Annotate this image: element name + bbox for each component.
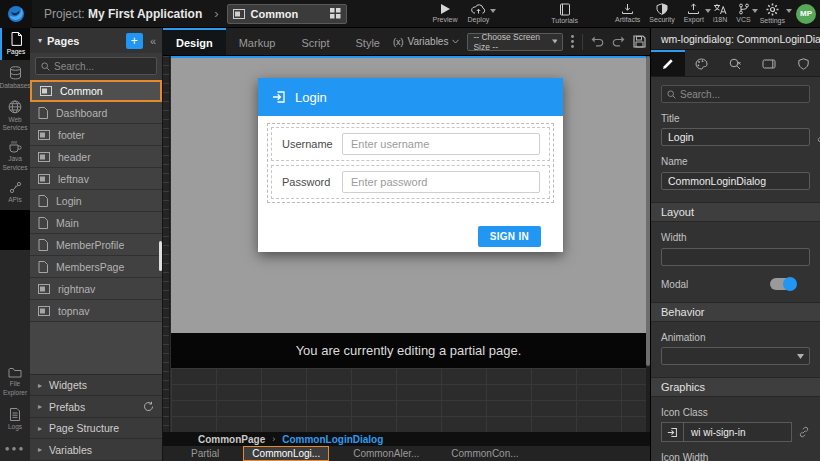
save-button[interactable] xyxy=(633,35,646,48)
properties-search-input[interactable] xyxy=(680,89,804,100)
artifacts-button[interactable]: Artifacts xyxy=(615,3,640,23)
left-nav-rail: Pages Databases Web Services Java Servic… xyxy=(0,28,30,461)
rail-item-apis[interactable]: APIs xyxy=(0,176,30,210)
chevron-right-icon: ▸ xyxy=(38,445,42,454)
canvas-toolbar: Design Markup Script Style (x) Variables… xyxy=(163,28,650,56)
tab-markup[interactable]: Markup xyxy=(226,28,289,55)
icon-class-value[interactable]: wi wi-sign-in xyxy=(683,422,792,442)
preview-button[interactable]: Preview xyxy=(433,3,458,23)
page-item-topnav[interactable]: topnav xyxy=(30,300,162,322)
rail-item-java-services[interactable]: Java Services xyxy=(0,136,30,176)
login-dialog-header[interactable]: Login xyxy=(258,78,563,116)
bind-link-icon[interactable] xyxy=(798,426,810,438)
screen-size-select[interactable]: -- Choose Screen Size -- xyxy=(467,33,563,51)
partial-page-notice: You are currently editing a partial page… xyxy=(171,333,646,368)
rail-item-file-explorer[interactable]: File Explorer xyxy=(0,362,30,402)
page-item-leftnav[interactable]: leftnav xyxy=(30,168,162,190)
pages-panel-empty-area xyxy=(30,322,162,375)
bottom-tab-commonconfirmdialog[interactable]: CommonCon... xyxy=(443,447,526,460)
wavemaker-logo[interactable] xyxy=(0,0,32,28)
deploy-chevron-icon xyxy=(490,9,496,13)
security-button[interactable]: Security xyxy=(649,3,674,23)
tutorials-button[interactable]: Tutorials xyxy=(551,3,578,24)
modal-toggle[interactable] xyxy=(770,278,796,290)
page-item-label: footer xyxy=(58,129,85,141)
section-prefabs[interactable]: ▸ Prefabs xyxy=(30,396,162,418)
login-form-container[interactable]: Username Password xyxy=(267,123,554,203)
section-page-structure[interactable]: ▸ Page Structure xyxy=(30,418,162,440)
magnifier-x-icon xyxy=(729,58,742,71)
sign-in-button[interactable]: SIGN IN xyxy=(478,226,541,247)
page-item-memberspage[interactable]: MembersPage xyxy=(30,256,162,278)
page-item-memberprofile[interactable]: MemberProfile xyxy=(30,234,162,256)
canvas-grid-area xyxy=(171,368,646,432)
login-dialog[interactable]: Login Username Password SIGN IN xyxy=(258,78,563,252)
breadcrumb-root[interactable]: CommonPage xyxy=(198,434,265,445)
page-item-rightnav[interactable]: rightnav xyxy=(30,278,162,300)
section-widgets[interactable]: ▸ Widgets xyxy=(30,375,162,397)
animation-select[interactable] xyxy=(661,347,810,365)
icon-class-field-label: Icon Class xyxy=(661,407,810,418)
password-input[interactable] xyxy=(342,171,540,193)
bind-link-icon[interactable] xyxy=(816,131,820,143)
tab-styles[interactable] xyxy=(685,50,719,76)
pages-scrollbar-thumb[interactable] xyxy=(159,241,162,271)
page-item-footer[interactable]: footer xyxy=(30,124,162,146)
add-page-button[interactable]: + xyxy=(126,33,143,49)
sign-in-icon[interactable] xyxy=(661,422,683,442)
refresh-icon[interactable] xyxy=(143,401,154,412)
properties-content: Title Name Layout Width Modal Behavior A… xyxy=(651,77,820,461)
undo-button[interactable] xyxy=(591,36,604,47)
page-item-dashboard[interactable]: Dashboard xyxy=(30,102,162,124)
username-input[interactable] xyxy=(342,133,540,155)
modal-toggle-knob xyxy=(783,277,797,291)
vertical-ruler xyxy=(163,56,170,432)
bottom-tab-partial[interactable]: Partial xyxy=(183,447,227,460)
more-options-icon[interactable] xyxy=(571,35,574,48)
collapse-panel-icon[interactable]: « xyxy=(148,35,158,47)
username-row[interactable]: Username xyxy=(271,127,550,161)
section-variables[interactable]: ▸ Variables xyxy=(30,439,162,461)
rail-item-pages[interactable]: Pages xyxy=(0,28,30,60)
export-button[interactable]: Export xyxy=(684,3,704,23)
tab-design[interactable]: Design xyxy=(163,28,226,55)
page-selector-dropdown[interactable]: Common xyxy=(227,4,347,24)
pages-caret-icon[interactable]: ▾ xyxy=(38,36,42,45)
tab-style[interactable]: Style xyxy=(343,28,393,55)
rail-label-pages: Pages xyxy=(7,48,25,56)
screen-size-value: -- Choose Screen Size -- xyxy=(473,32,551,52)
rail-item-web-services[interactable]: Web Services xyxy=(0,96,30,136)
i18n-button[interactable]: i18N xyxy=(713,3,727,23)
bottom-tab-commonalertdialog[interactable]: CommonAler... xyxy=(345,447,427,460)
width-field-input[interactable] xyxy=(661,248,810,266)
rail-more-button[interactable]: ●●● xyxy=(0,438,30,461)
variables-dropdown[interactable]: (x) Variables xyxy=(393,36,459,47)
design-canvas: Login Username Password SIGN IN You are … xyxy=(163,56,650,432)
name-field-input[interactable] xyxy=(661,172,810,190)
bottom-tab-commonlogindialog[interactable]: CommonLogi... xyxy=(243,446,329,461)
redo-button[interactable] xyxy=(612,36,625,47)
rail-item-logs[interactable]: Logs xyxy=(0,402,30,438)
pages-search-input[interactable] xyxy=(54,61,151,72)
password-row[interactable]: Password xyxy=(271,165,550,199)
tab-properties[interactable] xyxy=(651,50,685,76)
page-item-main[interactable]: Main xyxy=(30,212,162,234)
tab-events[interactable] xyxy=(719,50,753,76)
caret-down-icon xyxy=(552,39,558,44)
page-item-login[interactable]: Login xyxy=(30,190,162,212)
deploy-button[interactable]: Deploy xyxy=(468,3,490,23)
user-avatar[interactable]: MP xyxy=(796,4,816,24)
settings-button[interactable]: Settings xyxy=(760,3,785,24)
rail-item-databases[interactable]: Databases xyxy=(0,60,30,96)
tab-security[interactable] xyxy=(786,50,820,76)
project-label: Project: xyxy=(44,7,85,21)
chevron-right-icon: ▸ xyxy=(38,424,42,433)
breadcrumb-current[interactable]: CommonLoginDialog xyxy=(282,434,383,445)
properties-tabs xyxy=(651,50,820,77)
page-item-header[interactable]: header xyxy=(30,146,162,168)
page-item-common[interactable]: Common xyxy=(30,80,162,102)
vcs-button[interactable]: VCS xyxy=(736,3,750,23)
title-field-input[interactable] xyxy=(661,128,810,146)
tab-device[interactable] xyxy=(752,50,786,76)
tab-script[interactable]: Script xyxy=(288,28,342,55)
